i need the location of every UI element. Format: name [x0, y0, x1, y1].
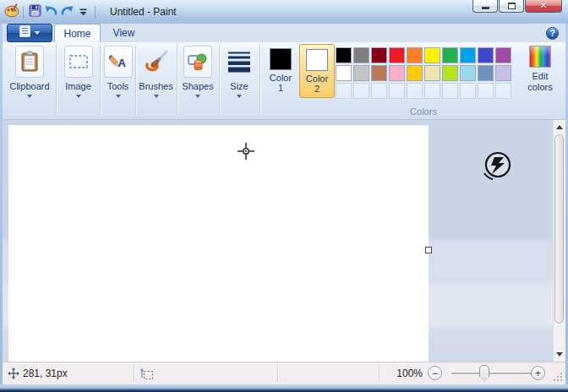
palette-swatch[interactable] [478, 47, 494, 63]
brush-icon [142, 46, 171, 78]
cursor-position-value: 281, 31px [23, 368, 68, 379]
palette-swatch[interactable] [389, 47, 405, 63]
palette-swatch[interactable] [442, 47, 458, 63]
undo-icon [44, 4, 58, 20]
shapes-group-button[interactable]: Shapes [178, 44, 218, 117]
titlebar-separator [23, 6, 24, 19]
canvas-resize-handle[interactable] [425, 247, 432, 253]
line-size-icon [225, 46, 254, 78]
dropdown-bar-icon [79, 4, 87, 19]
image-group-label: Image [65, 81, 91, 91]
crosshair-cursor-icon [236, 141, 256, 165]
palette-swatch-empty [495, 83, 511, 99]
maximize-icon [508, 3, 516, 9]
palette-swatch-empty [424, 83, 440, 99]
help-button[interactable]: ? [546, 27, 559, 40]
palette-swatch[interactable] [371, 47, 387, 63]
zoom-in-button[interactable]: + [531, 366, 545, 380]
clipboard-group-button[interactable]: Clipboard [4, 44, 55, 117]
palette-swatch[interactable] [371, 65, 387, 81]
palette-swatch[interactable] [407, 47, 423, 63]
palette-swatch[interactable] [353, 65, 369, 81]
scroll-down-button[interactable] [554, 348, 565, 361]
save-icon [29, 4, 41, 20]
window-controls: ✕ [472, 0, 562, 13]
edit-colors-icon [529, 46, 551, 68]
chevron-down-icon [27, 95, 32, 98]
clipboard-group-label: Clipboard [9, 81, 49, 91]
palette-swatch[interactable] [460, 47, 476, 63]
palette-swatch-empty [389, 83, 405, 99]
palette-swatch[interactable] [460, 65, 476, 81]
scroll-up-button[interactable] [554, 121, 565, 133]
zoom-slider-track[interactable] [451, 373, 532, 374]
edit-colors-button[interactable]: Edit colors [516, 46, 564, 93]
image-group-button[interactable]: Image [57, 44, 99, 117]
palette-swatch-empty [478, 83, 494, 99]
customize-quick-access-button[interactable] [75, 4, 91, 20]
svg-text:A: A [117, 57, 126, 69]
size-group-button[interactable]: Size [220, 44, 259, 117]
palette-swatch-empty [407, 83, 423, 99]
paint-app-menu-button[interactable] [3, 4, 19, 20]
palette-swatch-empty [442, 83, 458, 99]
titlebar-separator [95, 6, 96, 19]
palette-swatch[interactable] [389, 65, 405, 81]
palette-swatch[interactable] [478, 65, 494, 81]
title-bar[interactable]: Untitled - Paint ✕ [0, 0, 568, 24]
palette-swatch[interactable] [495, 65, 511, 81]
close-button[interactable]: ✕ [525, 0, 562, 13]
color2-button[interactable]: Color 2 [299, 44, 335, 98]
brushes-group-button[interactable]: Brushes [136, 44, 176, 117]
palette-swatch[interactable] [336, 47, 352, 63]
color2-label: Color 2 [306, 74, 328, 94]
palette-swatch[interactable] [353, 47, 369, 63]
window-title: Untitled - Paint [110, 6, 177, 18]
zoom-out-button[interactable]: − [428, 366, 442, 380]
tools-group-button[interactable]: A Tools [101, 44, 134, 117]
window-resize-grip[interactable] [560, 379, 562, 381]
group-separator [100, 45, 101, 114]
tab-view-label: View [113, 27, 135, 39]
touch-pointer-icon [480, 149, 516, 188]
undo-button[interactable] [43, 4, 59, 20]
work-area [3, 120, 565, 362]
palette-swatch[interactable] [336, 65, 352, 81]
brushes-group-label: Brushes [139, 81, 172, 91]
maximize-button[interactable] [499, 0, 524, 13]
color1-label: Color 1 [270, 73, 292, 93]
help-icon: ? [549, 29, 554, 38]
save-button[interactable] [27, 4, 43, 20]
scrollbar-thumb[interactable] [554, 134, 564, 324]
palette-row-1 [336, 47, 511, 63]
tab-view[interactable]: View [101, 24, 147, 42]
size-group-label: Size [230, 81, 248, 91]
vertical-scrollbar[interactable] [553, 120, 565, 362]
statusbar-separator [134, 365, 134, 382]
color1-button[interactable]: Color 1 [263, 44, 298, 98]
drawing-canvas[interactable] [8, 125, 429, 362]
minimize-button[interactable] [472, 0, 498, 13]
menu-list-icon [19, 25, 30, 41]
palette-swatch[interactable] [495, 47, 511, 63]
redo-button[interactable] [59, 4, 75, 20]
group-separator [259, 45, 260, 114]
tools-group-label: Tools [107, 81, 129, 91]
selection-icon [64, 46, 93, 78]
minimize-icon [482, 7, 489, 9]
ribbon: Clipboard Image A Tools [3, 42, 565, 120]
palette-swatch[interactable] [424, 47, 440, 63]
tab-home[interactable]: Home [54, 24, 101, 42]
palette-swatch[interactable] [424, 65, 440, 81]
palette-swatch[interactable] [442, 65, 458, 81]
color1-swatch [270, 48, 292, 70]
palette-swatch[interactable] [407, 65, 423, 81]
arrow-down-icon [556, 352, 563, 357]
window-frame-bottom [0, 384, 568, 392]
palette-row-2 [336, 65, 511, 81]
chevron-down-icon [76, 95, 81, 98]
zoom-slider-thumb[interactable] [479, 365, 489, 382]
plus-icon: + [535, 368, 541, 378]
file-menu-button[interactable] [7, 24, 52, 42]
zoom-level-value: 100% [387, 368, 423, 379]
